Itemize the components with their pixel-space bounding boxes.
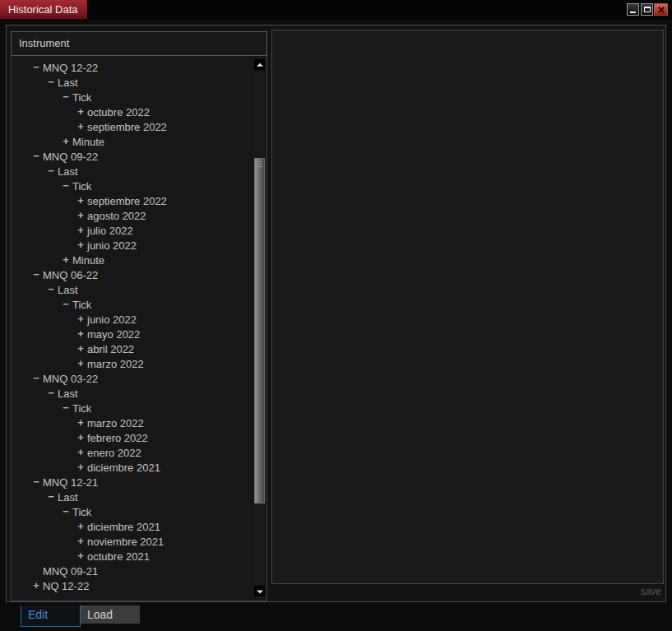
tree-item-label: Tick (72, 91, 91, 104)
expand-icon[interactable]: + (76, 445, 86, 460)
tree-item[interactable]: −Last (12, 489, 266, 504)
tree-item[interactable]: −MNQ 03-22 (12, 371, 266, 386)
tree-item[interactable]: −Last (12, 164, 266, 179)
tree-item[interactable]: +junio 2022 (12, 312, 266, 327)
expand-icon[interactable]: + (76, 193, 86, 208)
tree-item[interactable]: −Tick (12, 297, 266, 312)
collapse-icon[interactable]: − (46, 489, 56, 504)
tree-item[interactable]: +diciembre 2021 (12, 519, 266, 534)
tree-item[interactable]: +agosto 2022 (12, 208, 266, 223)
expand-icon[interactable]: + (76, 104, 86, 119)
tree-item[interactable]: −Tick (12, 401, 266, 415)
expand-icon[interactable]: + (76, 415, 86, 430)
tree-item[interactable]: −Last (12, 282, 266, 297)
minimize-button[interactable] (627, 3, 639, 16)
scroll-up-button[interactable] (254, 59, 265, 70)
tree-item[interactable]: −MNQ 12-21 (12, 475, 266, 489)
tree-item[interactable]: +Minute (12, 134, 266, 149)
tree-item[interactable]: MNQ 09-21 (12, 564, 266, 578)
expand-icon[interactable]: + (76, 430, 86, 445)
tree-item[interactable]: −Tick (12, 179, 266, 193)
tree-item[interactable]: +septiembre 2022 (12, 119, 266, 134)
tree-item[interactable]: +mayo 2022 (12, 327, 266, 341)
tree-item-label: Tick (72, 506, 91, 518)
tree-item-label: febrero 2022 (87, 432, 148, 444)
tree-item[interactable]: −Last (12, 75, 266, 90)
collapse-icon[interactable]: − (46, 386, 56, 401)
collapse-icon[interactable]: − (61, 504, 71, 519)
collapse-icon[interactable]: − (31, 475, 41, 489)
expand-icon[interactable]: + (76, 341, 86, 356)
tab-load[interactable]: Load (81, 605, 140, 624)
tree-item-label: Last (58, 284, 78, 296)
collapse-icon[interactable]: − (46, 164, 56, 179)
data-edit-panel (271, 30, 664, 584)
expand-icon[interactable]: + (76, 223, 86, 238)
title-bar[interactable]: Historical Data (0, 0, 672, 20)
tree-item[interactable]: −Tick (12, 504, 266, 519)
collapse-icon[interactable]: − (31, 149, 41, 164)
tree-item-label: julio 2022 (87, 225, 133, 237)
tab-edit[interactable]: Edit (21, 605, 81, 627)
expand-icon[interactable]: + (76, 549, 86, 564)
maximize-button[interactable] (641, 3, 653, 16)
expand-icon[interactable]: + (76, 238, 86, 253)
expand-icon[interactable]: + (31, 578, 41, 593)
tree-item[interactable]: +Minute (12, 253, 266, 267)
collapse-icon[interactable]: − (31, 267, 41, 282)
tree-item[interactable]: +octubre 2022 (12, 104, 266, 119)
expand-icon[interactable]: + (76, 519, 86, 534)
expand-icon[interactable]: + (76, 312, 86, 327)
tree-item[interactable]: −MNQ 06-22 (12, 267, 266, 282)
scrollbar-grip-icon (257, 161, 262, 168)
save-button[interactable]: save (271, 586, 664, 597)
collapse-icon[interactable]: − (61, 297, 71, 312)
tree-item[interactable]: +marzo 2022 (12, 356, 266, 371)
tree-item[interactable]: +noviembre 2021 (12, 534, 266, 549)
tree-item[interactable]: +diciembre 2021 (12, 460, 266, 475)
expand-icon[interactable]: + (76, 208, 86, 223)
close-button[interactable] (654, 3, 668, 16)
tree-item-label: septiembre 2022 (87, 121, 167, 133)
tree-item-label: NQ 12-22 (43, 580, 89, 592)
expand-icon[interactable]: + (76, 327, 86, 341)
expand-icon[interactable]: + (76, 119, 86, 134)
tree-item-label: MNQ 12-22 (43, 62, 98, 74)
tree-item[interactable]: +NQ 12-22 (12, 578, 266, 593)
tree-item-label: noviembre 2021 (87, 536, 164, 548)
collapse-icon[interactable]: − (31, 371, 41, 386)
expand-icon[interactable]: + (76, 534, 86, 549)
tree-item[interactable]: +junio 2022 (12, 238, 266, 253)
tree-item[interactable]: +enero 2022 (12, 445, 266, 460)
scroll-down-button[interactable] (254, 586, 265, 596)
collapse-icon[interactable]: − (61, 179, 71, 193)
tree-item[interactable]: −MNQ 09-22 (12, 149, 266, 164)
tree-item-label: octubre 2022 (87, 106, 150, 118)
collapse-icon[interactable]: − (46, 282, 56, 297)
tree-scrollbar[interactable] (253, 58, 266, 598)
tree-item[interactable]: +abril 2022 (12, 341, 266, 356)
expand-icon[interactable]: + (76, 460, 86, 475)
tree-item-label: mayo 2022 (87, 328, 140, 341)
expand-icon[interactable]: + (76, 356, 86, 371)
instrument-column-header: Instrument (11, 31, 267, 56)
tree-item[interactable]: +julio 2022 (12, 223, 266, 238)
collapse-icon[interactable]: − (31, 60, 41, 75)
tree-item-label: Last (58, 77, 78, 89)
tree-item[interactable]: +octubre 2021 (12, 549, 266, 564)
minimize-icon (630, 12, 636, 13)
scrollbar-thumb[interactable] (254, 158, 265, 503)
collapse-icon[interactable]: − (46, 75, 56, 90)
tree-item[interactable]: −MNQ 12-22 (12, 60, 266, 75)
tree-item[interactable]: +marzo 2022 (12, 415, 266, 430)
tree-item[interactable]: −Tick (12, 90, 266, 104)
tree-item[interactable]: −Last (12, 386, 266, 401)
tree-item[interactable]: +septiembre 2022 (12, 193, 266, 208)
window-title: Historical Data (0, 0, 87, 19)
collapse-icon[interactable]: − (61, 401, 71, 415)
expand-icon[interactable]: + (61, 253, 71, 267)
tree-item-label: Minute (72, 254, 104, 267)
tree-item[interactable]: +febrero 2022 (12, 430, 266, 445)
expand-icon[interactable]: + (61, 134, 71, 149)
collapse-icon[interactable]: − (61, 90, 71, 104)
